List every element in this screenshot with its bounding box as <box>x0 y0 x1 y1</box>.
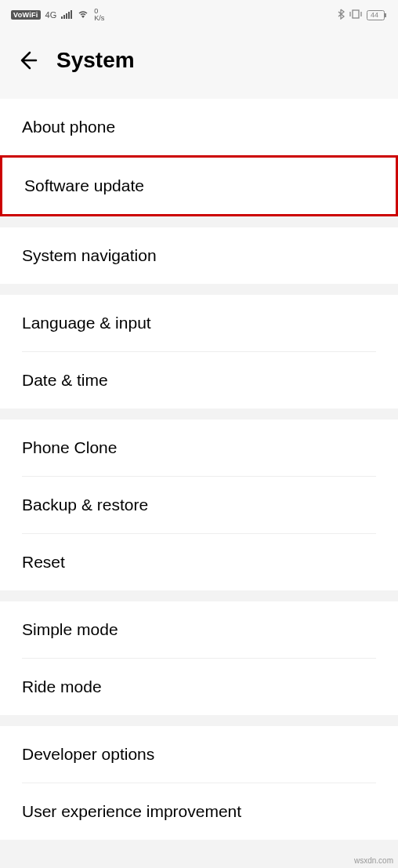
back-arrow-icon <box>16 49 38 71</box>
status-right: 44 <box>338 9 387 21</box>
settings-list[interactable]: About phone Software update System navig… <box>0 99 398 868</box>
item-about-phone[interactable]: About phone <box>0 99 398 155</box>
battery-icon: 44 <box>367 10 387 20</box>
item-user-experience-improvement[interactable]: User experience improvement <box>0 783 398 840</box>
section-gap <box>0 216 398 227</box>
status-bar: VoWiFi 4G 0 K/s 44 <box>0 0 398 30</box>
back-button[interactable] <box>14 48 39 73</box>
section-gap <box>0 715 398 726</box>
svg-rect-1 <box>63 15 65 19</box>
svg-rect-3 <box>68 12 70 19</box>
battery-level-text: 44 <box>371 11 378 19</box>
item-date-time[interactable]: Date & time <box>0 352 398 409</box>
vibrate-icon <box>349 9 362 21</box>
item-system-navigation[interactable]: System navigation <box>0 227 398 284</box>
bluetooth-icon <box>338 9 345 21</box>
section-gap <box>0 284 398 295</box>
item-phone-clone[interactable]: Phone Clone <box>0 419 398 476</box>
item-backup-restore[interactable]: Backup & restore <box>0 477 398 533</box>
svg-rect-0 <box>61 16 63 19</box>
status-left: VoWiFi 4G 0 K/s <box>11 8 104 22</box>
item-language-input[interactable]: Language & input <box>0 295 398 351</box>
item-simple-mode[interactable]: Simple mode <box>0 601 398 658</box>
group-about: About phone Software update <box>0 99 398 216</box>
svg-rect-4 <box>71 10 72 19</box>
signal-icon <box>61 9 72 20</box>
data-speed: 0 K/s <box>94 8 104 22</box>
group-locale: Language & input Date & time <box>0 295 398 409</box>
data-speed-unit: K/s <box>94 15 104 22</box>
svg-rect-5 <box>353 10 359 18</box>
page-title: System <box>56 48 135 73</box>
svg-rect-9 <box>385 13 386 17</box>
header: System <box>0 30 398 99</box>
item-ride-mode[interactable]: Ride mode <box>0 659 398 715</box>
section-gap <box>0 409 398 419</box>
screen: VoWiFi 4G 0 K/s 44 <box>0 0 398 868</box>
item-reset[interactable]: Reset <box>0 534 398 590</box>
group-backup: Phone Clone Backup & restore Reset <box>0 419 398 590</box>
section-gap <box>0 590 398 601</box>
wifi-icon <box>77 9 89 20</box>
item-developer-options[interactable]: Developer options <box>0 726 398 783</box>
group-navigation: System navigation <box>0 227 398 284</box>
watermark: wsxdn.com <box>354 856 393 865</box>
group-modes: Simple mode Ride mode <box>0 601 398 715</box>
svg-rect-2 <box>66 13 67 19</box>
vowifi-badge: VoWiFi <box>11 10 41 20</box>
network-type-label: 4G <box>45 10 57 20</box>
group-developer: Developer options User experience improv… <box>0 726 398 840</box>
item-software-update[interactable]: Software update <box>0 155 398 216</box>
